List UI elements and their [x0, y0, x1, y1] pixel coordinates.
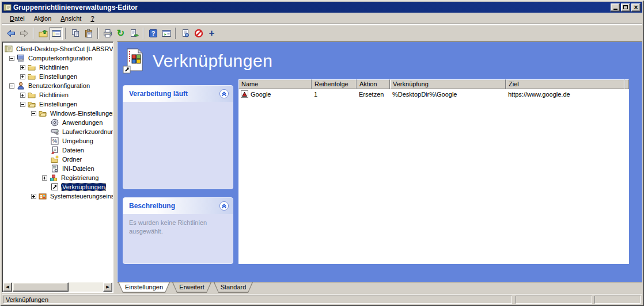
registry-icon [50, 174, 58, 182]
tree-item-anwendungen[interactable]: Anwendungen [3, 118, 112, 127]
new-window-button[interactable] [160, 27, 173, 40]
menu-aktion[interactable]: Aktion [29, 14, 56, 23]
collapse-icon[interactable] [31, 111, 36, 116]
tree: Client-Desktop-ShortCut [LABSRV01] Compu… [3, 44, 112, 201]
forward-button[interactable] [17, 27, 31, 40]
toolbar-separator [33, 28, 34, 39]
tree-item-label: Umgebung [61, 137, 94, 145]
shortcut-icon [51, 183, 59, 191]
add-icon: + [209, 29, 215, 38]
tree-item-richtlinien-computer[interactable]: Richtlinien [3, 63, 112, 72]
maximize-button[interactable] [621, 3, 630, 12]
tree-item-benutzerkonfiguration[interactable]: Benutzerkonfiguration [3, 81, 112, 90]
forward-icon [20, 29, 29, 38]
scroll-right-button[interactable]: ▶ [103, 282, 112, 292]
column-header-name[interactable]: Name [238, 79, 312, 89]
status-panel-3 [594, 296, 641, 304]
status-text: Verknüpfungen [3, 296, 512, 304]
tree-item-label: Einstellungen [38, 72, 78, 81]
tree-item-label: Einstellungen [38, 100, 78, 108]
column-header-aktion[interactable]: Aktion [357, 79, 390, 89]
tab-erweitert[interactable]: Erweitert [172, 282, 211, 293]
tree-item-label: Verknüpfungen [61, 183, 106, 191]
toolbar-separator [97, 28, 99, 39]
window-title: Gruppenrichtlinienverwaltungs-Editor [13, 3, 609, 12]
page-header: Verknüpfungen [122, 48, 272, 74]
print-button[interactable] [101, 27, 114, 40]
tab-einstellungen[interactable]: Einstellungen [118, 282, 170, 293]
tree-item-label: Benutzerkonfiguration [27, 82, 91, 90]
tree-item-label: Richtlinien [38, 91, 70, 99]
scroll-left-icon: ◀ [6, 285, 9, 289]
description-panel-header: Beschreibung [123, 198, 233, 214]
table-row[interactable]: Google 1 Ersetzen %DesktopDir%\Google ht… [238, 89, 629, 99]
open-folder-icon [28, 100, 36, 108]
back-button[interactable] [4, 27, 17, 40]
tree-item-ini-dateien[interactable]: INI-Dateien [3, 164, 112, 173]
tree-item-ordner[interactable]: Ordner [3, 155, 112, 164]
tree-item-windows-einstellungen[interactable]: Windows-Einstellungen [3, 109, 112, 118]
paste-icon [84, 29, 93, 38]
tree-item-verknuepfungen[interactable]: Verknüpfungen [3, 182, 112, 192]
refresh-button[interactable]: ↻ [114, 27, 127, 40]
column-header-filler [624, 79, 629, 89]
scroll-left-button[interactable]: ◀ [3, 282, 12, 292]
help-button[interactable]: ? [146, 27, 160, 40]
collapse-icon[interactable] [9, 56, 14, 61]
tree-item-einstellungen-computer[interactable]: Einstellungen [3, 72, 112, 81]
menu-hilfe[interactable]: ? [86, 14, 99, 23]
export-list-button[interactable] [127, 27, 141, 40]
expand-icon[interactable] [20, 93, 25, 98]
processing-panel-title: Verarbeitung läuft [129, 90, 219, 98]
new-window-icon [162, 29, 171, 38]
tree-item-label: Laufwerkzuordnungen [61, 128, 113, 136]
tree-item-computerkonfiguration[interactable]: Computerkonfiguration [3, 53, 112, 63]
gpo-scroll-icon [3, 3, 12, 12]
app-window: Gruppenrichtlinienverwaltungs-Editor × D… [0, 0, 644, 306]
help-icon: ? [149, 29, 158, 38]
properties-button[interactable]: i [179, 27, 192, 40]
minimize-button[interactable] [611, 3, 620, 12]
close-button[interactable]: × [631, 3, 641, 12]
scrollbar-thumb[interactable] [13, 282, 69, 292]
add-button[interactable]: + [205, 27, 218, 40]
up-one-level-icon [39, 29, 48, 38]
show-console-tree-button[interactable] [50, 27, 63, 40]
tree-item-registrierung[interactable]: Registrierung [3, 173, 112, 182]
folder-icon [28, 72, 36, 81]
tree-item-systemsteuerungseinstellungen[interactable]: Systemsteuerungseinstellungen [3, 192, 112, 201]
tree-item-label: Systemsteuerungseinstellungen [49, 192, 113, 200]
tree-item-richtlinien-benutzer[interactable]: Richtlinien [3, 90, 112, 100]
cell-verknuepfung: %DesktopDir%\Google [390, 91, 506, 98]
column-header-reihenfolge[interactable]: Reihenfolge [312, 79, 357, 89]
collapse-icon[interactable] [9, 83, 14, 89]
tree-item-dateien[interactable]: Dateien [3, 146, 112, 155]
expand-icon[interactable] [20, 74, 25, 79]
tree-item-root[interactable]: Client-Desktop-ShortCut [LABSRV01] [3, 44, 112, 53]
collapse-chevron-icon[interactable] [219, 201, 229, 211]
tree-item-einstellungen-benutzer[interactable]: Einstellungen [3, 100, 112, 109]
expand-icon[interactable] [31, 194, 36, 199]
tree-item-laufwerkzuordnungen[interactable]: Laufwerkzuordnungen [3, 127, 112, 136]
menu-ansicht[interactable]: Ansicht [56, 14, 86, 23]
prohibit-button[interactable] [192, 27, 205, 40]
menu-datei[interactable]: Datei [5, 14, 29, 23]
description-panel-title: Beschreibung [129, 202, 219, 210]
computer-icon [17, 54, 25, 62]
collapse-chevron-icon[interactable] [219, 89, 229, 99]
tree-item-label: Windows-Einstellungen [49, 109, 113, 117]
copy-button[interactable] [69, 27, 82, 40]
expand-icon[interactable] [20, 65, 25, 70]
tab-standard[interactable]: Standard [214, 282, 253, 293]
column-header-verknuepfung[interactable]: Verknüpfung [390, 79, 506, 89]
collapse-icon[interactable] [20, 102, 25, 107]
tree-item-label: Computerkonfiguration [27, 54, 93, 62]
column-header-ziel[interactable]: Ziel [506, 79, 624, 89]
paste-button[interactable] [82, 27, 95, 40]
tree-item-label: Client-Desktop-ShortCut [LABSRV01] [15, 45, 113, 53]
expand-icon[interactable] [42, 175, 47, 181]
tree-horizontal-scrollbar[interactable]: ◀ ▶ [3, 282, 112, 292]
cell-name: Google [238, 90, 312, 98]
up-one-level-button[interactable] [36, 27, 50, 40]
tree-item-umgebung[interactable]: % Umgebung [3, 136, 112, 146]
